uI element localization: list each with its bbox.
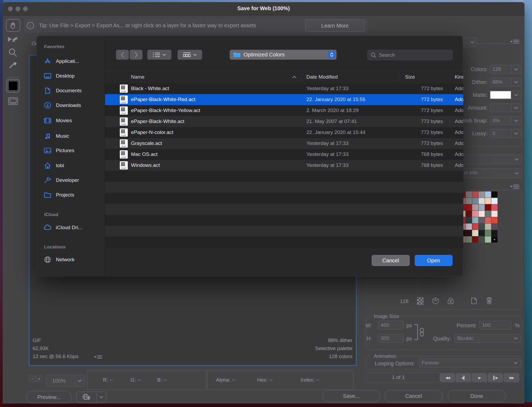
palette-swatch[interactable] — [472, 204, 478, 210]
palette-swatch[interactable] — [479, 217, 485, 223]
zoom-tool-button[interactable] — [7, 48, 18, 58]
sidebar-item-network[interactable]: Network — [41, 255, 102, 264]
last-frame-button[interactable]: ▶▶ — [504, 373, 519, 382]
sidebar-item-projects[interactable]: Projects — [41, 190, 102, 200]
height-field[interactable]: 300 — [378, 334, 404, 343]
browser-select-button[interactable]: ? — [76, 391, 106, 403]
sidebar-item-developer[interactable]: Developer — [41, 175, 102, 185]
new-swatch-icon[interactable] — [470, 297, 477, 305]
zoom-in-button[interactable]: + — [36, 376, 42, 382]
next-frame-button[interactable]: ▍▶ — [488, 373, 503, 382]
transparency-checker-icon[interactable] — [417, 297, 423, 305]
palette-swatch[interactable] — [485, 204, 491, 210]
slice-select-tool-button[interactable] — [7, 35, 19, 44]
palette-swatch[interactable] — [491, 211, 498, 217]
field-matte-[interactable] — [490, 91, 521, 99]
color-table-menu-icon[interactable] — [510, 185, 519, 189]
sidebar-item-documents[interactable]: Documents — [41, 86, 102, 95]
palette-swatch[interactable] — [472, 230, 478, 236]
palette-swatch[interactable] — [472, 191, 478, 198]
field-amount-[interactable] — [490, 103, 521, 112]
palette-swatch[interactable] — [479, 236, 485, 243]
sidebar-item-downloads[interactable]: Downloads — [41, 101, 102, 110]
save-button[interactable]: Save... — [322, 390, 380, 402]
web-shift-cube-icon[interactable] — [431, 297, 440, 305]
palette-swatch[interactable] — [485, 236, 491, 243]
field-colors-[interactable]: 128 — [490, 65, 521, 74]
slice-visibility-button[interactable] — [7, 96, 19, 106]
first-frame-button[interactable]: ◀◀ — [440, 373, 455, 382]
quality-dropdown[interactable]: Bicubic — [454, 334, 521, 343]
file-row-epaper-black-white-yellow-act[interactable]: CLUTePaper-Black-White-Yellow.act2. Marc… — [105, 105, 463, 116]
file-row-mac-os-act[interactable]: CLUTMac OS.actYesterday at 17:33768 byte… — [105, 149, 463, 160]
cancel-button[interactable]: Cancel — [384, 390, 443, 402]
palette-swatch[interactable] — [479, 198, 485, 204]
palette-swatch[interactable] — [466, 211, 472, 217]
file-row-windows-act[interactable]: CLUTWindows.actYesterday at 17:33768 byt… — [105, 160, 463, 171]
file-row-grayscale-act[interactable]: CLUTGrayscale.actYesterday at 17:33772 b… — [105, 138, 463, 149]
dialog-open-button[interactable]: Open — [415, 255, 453, 266]
column-size[interactable]: Size — [405, 74, 415, 80]
hand-tool-button[interactable] — [6, 19, 20, 32]
color-swatch-well[interactable] — [6, 79, 20, 93]
zoom-level-dropdown[interactable]: 100% — [46, 375, 85, 387]
sidebar-item-tobi[interactable]: tobi — [41, 161, 102, 170]
preview-in-browser-button[interactable]: Preview... — [26, 391, 72, 403]
done-button[interactable]: Done — [448, 390, 506, 402]
preview-stats-menu-icon[interactable] — [94, 355, 102, 359]
lock-icon[interactable] — [447, 296, 454, 305]
palette-swatch[interactable] — [472, 224, 478, 230]
palette-swatch[interactable] — [491, 191, 498, 198]
palette-swatch[interactable] — [485, 224, 491, 230]
group-view-button[interactable] — [178, 50, 202, 60]
palette-swatch[interactable] — [491, 217, 498, 223]
palette-swatch[interactable] — [472, 236, 478, 243]
palette-swatch[interactable] — [466, 236, 472, 243]
learn-more-button[interactable]: Learn More — [305, 20, 365, 32]
field-lossy-[interactable]: 0 — [490, 129, 521, 138]
sidebar-item-pictures[interactable]: Pictures — [41, 146, 102, 155]
column-headers[interactable]: Name Date Modified Size Kind — [105, 71, 463, 84]
field-web-snap-[interactable]: 0% — [490, 116, 521, 125]
palette-swatch[interactable] — [485, 191, 491, 198]
palette-swatch[interactable] — [466, 204, 472, 210]
palette-swatch[interactable] — [472, 198, 478, 204]
file-row-epaper-n-color-act[interactable]: CLUTePaper-N-color.act22. January 2020 a… — [105, 127, 463, 138]
search-field[interactable] — [367, 50, 453, 60]
sidebar-item-music[interactable]: Music — [41, 131, 102, 141]
palette-swatch[interactable] — [485, 198, 491, 204]
list-view-button[interactable] — [147, 50, 171, 60]
file-row-epaper-black-white-red-act[interactable]: CLUTePaper-Black-White-Red.act22. Januar… — [105, 94, 463, 105]
palette-swatch[interactable] — [472, 211, 478, 217]
palette-swatch[interactable] — [479, 204, 485, 210]
palette-swatch[interactable] — [485, 217, 491, 223]
search-input[interactable] — [378, 52, 441, 58]
palette-swatch[interactable] — [491, 224, 498, 230]
looping-options-dropdown[interactable]: Forever — [419, 359, 521, 367]
palette-swatch[interactable] — [491, 198, 498, 204]
width-field[interactable]: 400 — [378, 321, 404, 329]
palette-swatch[interactable] — [466, 230, 472, 236]
previous-frame-button[interactable]: ◀▍ — [456, 373, 471, 382]
palette-swatch[interactable] — [479, 211, 485, 217]
sidebar-item-desktop[interactable]: Desktop — [41, 71, 102, 81]
file-row-black-white-act[interactable]: CLUTBlack - White.actYesterday at 17:337… — [105, 83, 463, 94]
column-kind[interactable]: Kind — [455, 74, 463, 80]
palette-swatch[interactable] — [479, 224, 485, 230]
palette-swatch[interactable] — [479, 230, 485, 236]
palette-swatch-selected[interactable]: + — [491, 236, 498, 243]
field-dither-[interactable]: 88% — [490, 78, 521, 86]
back-button[interactable] — [116, 50, 129, 60]
percent-field[interactable]: 100 — [479, 321, 512, 329]
dialog-cancel-button[interactable]: Cancel — [372, 255, 410, 266]
folder-dropdown[interactable]: Optimized Colors — [230, 50, 337, 60]
palette-swatch[interactable] — [485, 211, 491, 217]
zoom-out-button[interactable]: − — [29, 376, 35, 382]
column-date-modified[interactable]: Date Modified — [306, 74, 338, 80]
sidebar-item-applicati-[interactable]: Applicati... — [41, 56, 102, 66]
file-row-epaper-black-white-act[interactable]: CLUTePaper-Black-White.act21. May 2007 a… — [105, 116, 463, 127]
palette-swatch[interactable] — [479, 191, 485, 198]
palette-swatch[interactable] — [491, 230, 498, 236]
column-name[interactable]: Name — [131, 74, 145, 80]
palette-swatch[interactable] — [466, 191, 472, 198]
